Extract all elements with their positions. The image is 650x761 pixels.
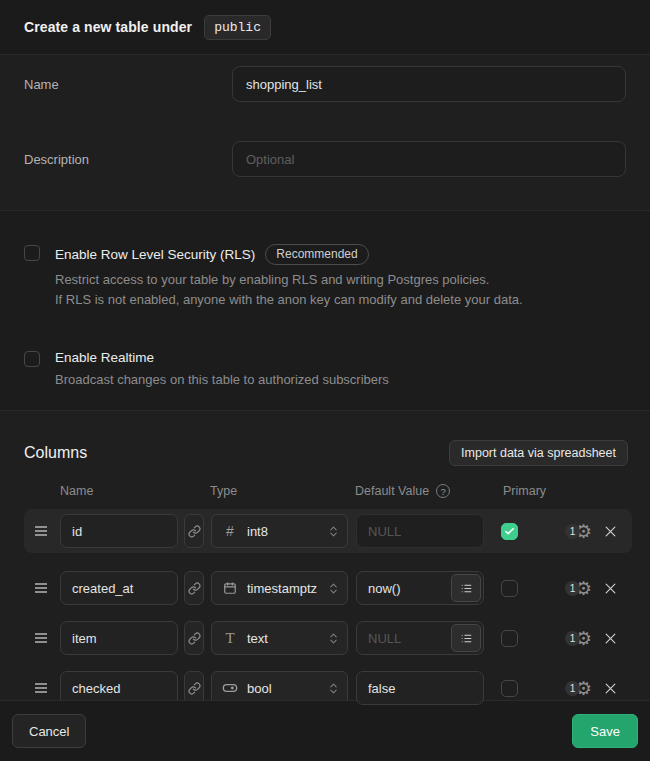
columns-section: Columns Import data via spreadsheet Name… [0, 410, 650, 700]
rls-label: Enable Row Level Security (RLS) [55, 247, 255, 262]
settings-count-badge: 1 [565, 524, 580, 539]
table-details-section: Name Description [0, 55, 650, 210]
description-label: Description [24, 152, 232, 167]
chevrons-up-down-icon [327, 582, 340, 595]
drag-handle-icon[interactable] [34, 632, 48, 644]
column-settings-button[interactable]: 1 ⚙ [565, 679, 592, 698]
column-header-name: Name [60, 484, 210, 498]
column-type-select[interactable]: # int8 [211, 514, 348, 548]
default-value-menu-icon[interactable] [451, 574, 481, 602]
column-settings-button[interactable]: 1 ⚙ [565, 579, 592, 598]
dialog-title: Create a new table under [24, 19, 192, 35]
realtime-block: Enable Realtime Broadcast changes on thi… [24, 350, 626, 390]
hash-icon: # [222, 523, 238, 539]
chevrons-up-down-icon [327, 525, 340, 538]
column-settings-button[interactable]: 1 ⚙ [565, 522, 592, 541]
column-name-input[interactable] [60, 621, 178, 655]
primary-key-checkbox[interactable] [501, 680, 518, 697]
remove-column-button[interactable] [603, 631, 618, 646]
rls-block: Enable Row Level Security (RLS) Recommen… [24, 244, 626, 310]
create-table-dialog: Create a new table under public Name Des… [0, 0, 650, 761]
table-name-input[interactable] [232, 66, 626, 102]
help-icon[interactable]: ? [436, 484, 450, 498]
settings-count-badge: 1 [565, 631, 580, 646]
column-type-select[interactable]: timestamptz [211, 571, 348, 605]
primary-key-checkbox[interactable] [501, 630, 518, 647]
toggle-icon [222, 680, 238, 696]
remove-column-button[interactable] [603, 681, 618, 696]
rls-description-line1: Restrict access to your table by enablin… [55, 270, 523, 290]
calendar-icon [222, 581, 238, 595]
settings-count-badge: 1 [565, 681, 580, 696]
column-row-id: # int8 1 ⚙ [24, 509, 632, 553]
column-header-type: Type [210, 484, 355, 498]
column-type-select[interactable]: T text [211, 621, 348, 655]
columns-title: Columns [24, 444, 87, 462]
schema-badge: public [204, 15, 271, 40]
column-header-primary: Primary [503, 484, 546, 498]
primary-key-checkbox[interactable] [501, 523, 518, 540]
foreign-key-link-icon[interactable] [184, 514, 204, 548]
name-form-row: Name [24, 66, 626, 102]
primary-key-checkbox[interactable] [501, 580, 518, 597]
default-value-input[interactable] [356, 671, 484, 705]
settings-count-badge: 1 [565, 581, 580, 596]
drag-handle-icon[interactable] [34, 525, 48, 537]
dialog-footer: Cancel Save [0, 700, 650, 761]
security-section: Enable Row Level Security (RLS) Recommen… [0, 210, 650, 410]
recommended-badge: Recommended [265, 244, 368, 265]
cancel-button[interactable]: Cancel [12, 714, 86, 748]
text-type-icon: T [222, 630, 238, 647]
column-row-item: T text 1 ⚙ [24, 617, 632, 659]
drag-handle-icon[interactable] [34, 682, 48, 694]
default-value-input [356, 514, 484, 548]
import-spreadsheet-button[interactable]: Import data via spreadsheet [449, 440, 628, 466]
foreign-key-link-icon[interactable] [184, 571, 204, 605]
column-name-input[interactable] [60, 571, 178, 605]
realtime-label: Enable Realtime [55, 350, 154, 365]
table-description-input[interactable] [232, 141, 626, 177]
column-settings-button[interactable]: 1 ⚙ [565, 629, 592, 648]
realtime-description: Broadcast changes on this table to autho… [55, 370, 389, 390]
rls-description-line2: If RLS is not enabled, anyone with the a… [55, 290, 523, 310]
save-button[interactable]: Save [572, 714, 638, 748]
columns-table-header: Name Type Default Value ? Primary [0, 483, 650, 499]
chevrons-up-down-icon [327, 632, 340, 645]
name-label: Name [24, 77, 232, 92]
column-row-created-at: timestamptz 1 ⚙ [24, 567, 632, 609]
description-form-row: Description [24, 141, 626, 177]
default-value-menu-icon[interactable] [451, 624, 481, 652]
dialog-header: Create a new table under public [0, 0, 650, 55]
chevrons-up-down-icon [327, 682, 340, 695]
drag-handle-icon[interactable] [34, 582, 48, 594]
column-header-default-value: Default Value [355, 484, 429, 498]
remove-column-button[interactable] [603, 581, 618, 596]
foreign-key-link-icon[interactable] [184, 621, 204, 655]
remove-column-button[interactable] [603, 524, 618, 539]
column-name-input[interactable] [60, 514, 178, 548]
realtime-checkbox[interactable] [24, 351, 40, 367]
rls-checkbox[interactable] [24, 245, 40, 261]
